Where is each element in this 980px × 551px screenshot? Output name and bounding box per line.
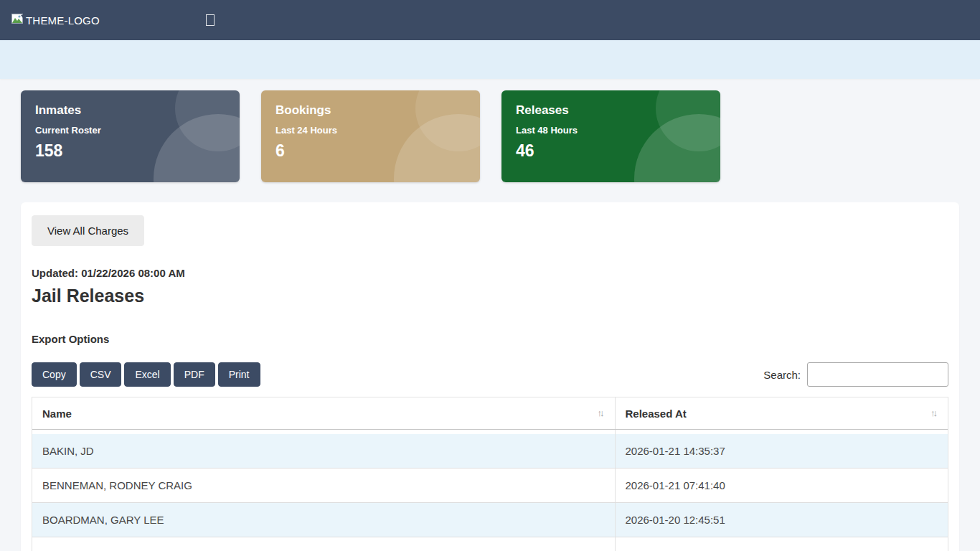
column-header-name[interactable]: ↑↓ Name — [32, 397, 615, 430]
top-navbar: THEME-LOGO — [0, 0, 980, 40]
pdf-button[interactable]: PDF — [174, 362, 215, 387]
cell-name — [32, 537, 615, 551]
column-header-label: Name — [42, 408, 72, 420]
column-header-released-at[interactable]: ↑↓ Released At — [615, 397, 948, 430]
broken-image-icon — [11, 14, 24, 27]
table-header-row: ↑↓ Name ↑↓ Released At — [32, 397, 948, 430]
stat-card-subtitle: Last 24 Hours — [275, 125, 466, 136]
releases-table: ↑↓ Name ↑↓ Released At BAKIN, JD 2026-0 — [32, 397, 948, 551]
table-row[interactable]: BENNEMAN, RODNEY CRAIG 2026-01-21 07:41:… — [32, 468, 948, 503]
stat-card-subtitle: Current Roster — [35, 125, 225, 136]
excel-button[interactable]: Excel — [124, 362, 170, 387]
stat-card-title: Releases — [516, 103, 706, 118]
stat-card-title: Inmates — [35, 103, 225, 118]
cell-name: BAKIN, JD — [32, 434, 615, 468]
updated-timestamp: Updated: 01/22/2026 08:00 AM — [32, 267, 948, 279]
sort-icon[interactable]: ↑↓ — [598, 408, 605, 418]
cell-name: BOARDMAN, GARY LEE — [32, 503, 615, 537]
csv-button[interactable]: CSV — [80, 362, 122, 387]
export-button-group: Copy CSV Excel PDF Print — [32, 362, 260, 387]
table-row[interactable]: BAKIN, JD 2026-01-21 14:35:37 — [32, 434, 948, 468]
stat-card-value: 6 — [275, 141, 466, 161]
copy-button[interactable]: Copy — [32, 362, 77, 387]
search-input[interactable] — [807, 362, 948, 387]
search-box: Search: — [763, 362, 948, 387]
stat-card-title: Bookings — [275, 103, 466, 118]
cell-released-at: 2026-01-20 12:45:51 — [615, 503, 948, 537]
menu-toggler-icon[interactable] — [206, 14, 215, 26]
table-row-partial[interactable] — [32, 537, 948, 551]
table-row[interactable]: BOARDMAN, GARY LEE 2026-01-20 12:45:51 — [32, 503, 948, 537]
main-panel: View All Charges Updated: 01/22/2026 08:… — [21, 202, 959, 551]
sort-icon[interactable]: ↑↓ — [930, 408, 938, 418]
cell-name: BENNEMAN, RODNEY CRAIG — [32, 468, 615, 503]
cell-released-at: 2026-01-21 14:35:37 — [615, 434, 948, 468]
column-header-label: Released At — [626, 408, 687, 420]
stat-card-value: 46 — [516, 141, 706, 161]
search-label: Search: — [763, 369, 801, 381]
table-toolbar: Copy CSV Excel PDF Print Search: — [32, 362, 948, 387]
releases-table-wrapper: ↑↓ Name ↑↓ Released At BAKIN, JD 2026-0 — [32, 397, 948, 551]
brand-logo-text: THEME-LOGO — [26, 14, 100, 27]
page-title: Jail Releases — [32, 286, 948, 306]
stat-card-bookings: Bookings Last 24 Hours 6 — [261, 90, 480, 182]
stat-cards-row: Inmates Current Roster 158 Bookings Last… — [0, 79, 980, 182]
export-options-label: Export Options — [32, 333, 948, 345]
stat-card-subtitle: Last 48 Hours — [516, 125, 706, 136]
print-button[interactable]: Print — [218, 362, 260, 387]
stat-card-value: 158 — [35, 141, 225, 161]
subheader-band — [0, 40, 980, 79]
view-all-charges-button[interactable]: View All Charges — [32, 215, 144, 246]
stat-card-inmates: Inmates Current Roster 158 — [21, 90, 240, 182]
brand-logo[interactable]: THEME-LOGO — [11, 14, 100, 27]
cell-released-at: 2026-01-21 07:41:40 — [615, 468, 948, 503]
cell-released-at — [615, 537, 948, 551]
stat-card-releases: Releases Last 48 Hours 46 — [501, 90, 720, 182]
